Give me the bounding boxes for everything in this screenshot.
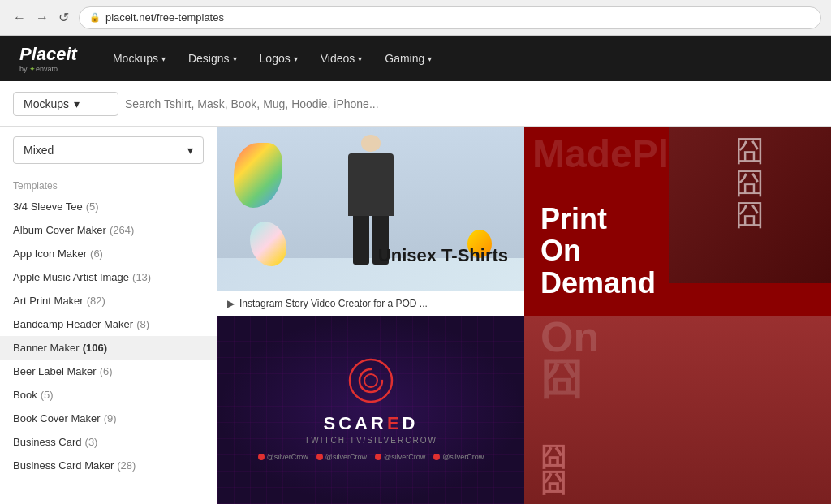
chevron-down-icon: ▾ xyxy=(233,54,237,63)
mixed-dropdown[interactable]: Mixed ▾ xyxy=(13,136,204,164)
chevron-down-icon: ▾ xyxy=(74,97,80,110)
sidebar-item-business-card[interactable]: Business Card (3) xyxy=(0,430,217,454)
nav-logos[interactable]: Logos ▾ xyxy=(250,47,308,70)
templates-section-label: Templates xyxy=(0,174,217,195)
sidebar-item-count: (8) xyxy=(136,318,149,330)
logo-text: Placeit xyxy=(19,44,77,65)
sidebar: Mixed ▾ Templates 3/4 Sleeve Tee (5) Alb… xyxy=(0,127,217,504)
sidebar-item-count: (264) xyxy=(110,224,134,236)
tshirt-scene: Unisex T-Shirts xyxy=(217,127,524,291)
sidebar-item-art-print[interactable]: Art Print Maker (82) xyxy=(0,289,217,312)
sidebar-item-count: (6) xyxy=(100,365,113,377)
chevron-down-icon: ▾ xyxy=(358,54,362,63)
search-bar: Mockups ▾ xyxy=(0,81,831,127)
card-twitch-scared[interactable]: FREE SCAR E D xyxy=(217,316,524,505)
address-bar[interactable]: 🔒 placeit.net/free-templates xyxy=(79,6,821,29)
logo[interactable]: Placeit by ✦envato xyxy=(19,44,77,73)
social-handle-2: @silverCrow xyxy=(316,453,367,461)
card-tshirt[interactable]: Unisex T-Shirts ▶ Instagram Story Video … xyxy=(217,127,524,316)
category-label: Mockups xyxy=(24,97,69,110)
chevron-down-icon: ▾ xyxy=(187,144,193,157)
jacket-figure: 囧囧囧 xyxy=(669,127,831,283)
social-dot-icon xyxy=(316,454,323,460)
svg-point-1 xyxy=(364,374,377,387)
category-dropdown[interactable]: Mockups ▾ xyxy=(13,92,118,116)
sidebar-item-app-icon[interactable]: App Icon Maker (6) xyxy=(0,242,217,265)
twitch-content: SCAR E D TWITCH.TV/SILVERCROW @silverCro… xyxy=(258,358,484,461)
social-handle-1: @silverCrow xyxy=(258,453,308,461)
print-main-text: Print On Demand xyxy=(540,203,656,299)
social-handle-4: @silverCrow xyxy=(433,453,484,461)
twitch-bg: SCAR E D TWITCH.TV/SILVERCROW @silverCro… xyxy=(217,316,524,505)
mixed-label: Mixed xyxy=(24,144,54,157)
sidebar-item-count: (28) xyxy=(117,459,136,472)
back-button[interactable]: ← xyxy=(10,9,29,27)
sidebar-item-book-cover[interactable]: Book Cover Maker (9) xyxy=(0,407,217,430)
sidebar-item-album-cover[interactable]: Album Cover Maker (264) xyxy=(0,218,217,242)
card-print-on-demand[interactable]: FREE MadePlaceit 囧囧囧 Print On Demand xyxy=(524,127,831,316)
lock-icon: 🔒 xyxy=(89,12,101,23)
card-footer-text: Instagram Story Video Creator for a POD … xyxy=(239,298,515,309)
scared-url-text: TWITCH.TV/SILVERCROW xyxy=(304,436,437,445)
sidebar-item-count: (13) xyxy=(132,271,151,283)
search-input[interactable] xyxy=(125,97,818,110)
sidebar-item-count: (5) xyxy=(41,389,54,401)
sidebar-item-count: (106) xyxy=(83,342,107,354)
sidebar-item-label: App Icon Maker xyxy=(13,248,87,260)
sidebar-item-label: Apple Music Artist Image xyxy=(13,271,129,283)
sidebar-item-business-card-maker[interactable]: Business Card Maker (28) xyxy=(0,454,217,477)
url-text: placeit.net/free-templates xyxy=(105,11,224,24)
sidebar-item-label: 3/4 Sleeve Tee xyxy=(13,200,83,213)
chevron-down-icon: ▾ xyxy=(294,54,298,63)
play-icon: ▶ xyxy=(227,298,235,309)
social-dot-icon xyxy=(258,454,265,460)
main-nav: Mockups ▾ Designs ▾ Logos ▾ Videos ▾ Gam… xyxy=(103,47,441,70)
chevron-down-icon: ▾ xyxy=(161,54,166,63)
scared-logo-svg xyxy=(348,358,394,403)
sidebar-item-label: Banner Maker xyxy=(13,342,80,354)
sidebar-item-apple-music[interactable]: Apple Music Artist Image (13) xyxy=(0,265,217,289)
sidebar-item-label: Album Cover Maker xyxy=(13,224,106,236)
logo-envato: by ✦envato xyxy=(19,65,58,73)
scared-brand-text: SCAR xyxy=(324,413,387,434)
social-dot-icon xyxy=(375,454,381,460)
nav-videos[interactable]: Videos ▾ xyxy=(311,47,372,70)
nav-mockups[interactable]: Mockups ▾ xyxy=(103,47,175,70)
nav-gaming[interactable]: Gaming ▾ xyxy=(375,47,441,70)
sidebar-item-label: Book Cover Maker xyxy=(13,412,101,424)
sidebar-item-count: (6) xyxy=(90,248,103,260)
sidebar-item-count: (9) xyxy=(104,412,117,424)
sidebar-item-label: Beer Label Maker xyxy=(13,365,97,377)
scared-brand-row: SCAR E D xyxy=(324,413,419,434)
card-footer: ▶ Instagram Story Video Creator for a PO… xyxy=(217,291,524,316)
demand-text: 囧囧 xyxy=(540,444,566,496)
social-dot-icon xyxy=(433,454,440,460)
sidebar-item-beer-label[interactable]: Beer Label Maker (6) xyxy=(0,360,217,383)
app-header: Placeit by ✦envato Mockups ▾ Designs ▾ L… xyxy=(0,36,831,81)
scared-brand-accent: E xyxy=(387,413,403,434)
nav-designs[interactable]: Designs ▾ xyxy=(179,47,247,70)
scared-brand-text2: D xyxy=(403,413,419,434)
card-bottom-right[interactable]: On囧 囧囧 xyxy=(524,316,831,505)
sidebar-item-label: Business Card Maker xyxy=(13,459,114,472)
sidebar-item-label: Book xyxy=(13,389,37,401)
social-handle-3: @silverCrow xyxy=(375,453,425,461)
scared-logo-container xyxy=(348,358,394,407)
sidebar-item-count: (5) xyxy=(86,200,99,213)
sidebar-item-sleeve-tee[interactable]: 3/4 Sleeve Tee (5) xyxy=(0,195,217,218)
sidebar-item-banner-maker[interactable]: Banner Maker (106) xyxy=(0,336,217,360)
print-bg-bottom: On囧 xyxy=(540,316,599,400)
card-bottom-right-bg: On囧 囧囧 xyxy=(524,316,831,505)
sidebar-item-label: Art Print Maker xyxy=(13,295,84,307)
forward-button[interactable]: → xyxy=(32,9,52,27)
nav-buttons: ← → ↺ xyxy=(10,8,72,27)
svg-point-0 xyxy=(350,360,392,402)
chevron-down-icon: ▾ xyxy=(428,54,432,63)
sidebar-item-count: (82) xyxy=(87,295,105,307)
main-layout: Mixed ▾ Templates 3/4 Sleeve Tee (5) Alb… xyxy=(0,127,831,504)
tshirt-label: Unisex T-Shirts xyxy=(378,245,508,266)
sidebar-item-bandcamp[interactable]: Bandcamp Header Maker (8) xyxy=(0,312,217,336)
social-handles-row: @silverCrow @silverCrow @silverCrow xyxy=(258,453,484,461)
sidebar-item-book[interactable]: Book (5) xyxy=(0,383,217,407)
refresh-button[interactable]: ↺ xyxy=(55,8,72,27)
